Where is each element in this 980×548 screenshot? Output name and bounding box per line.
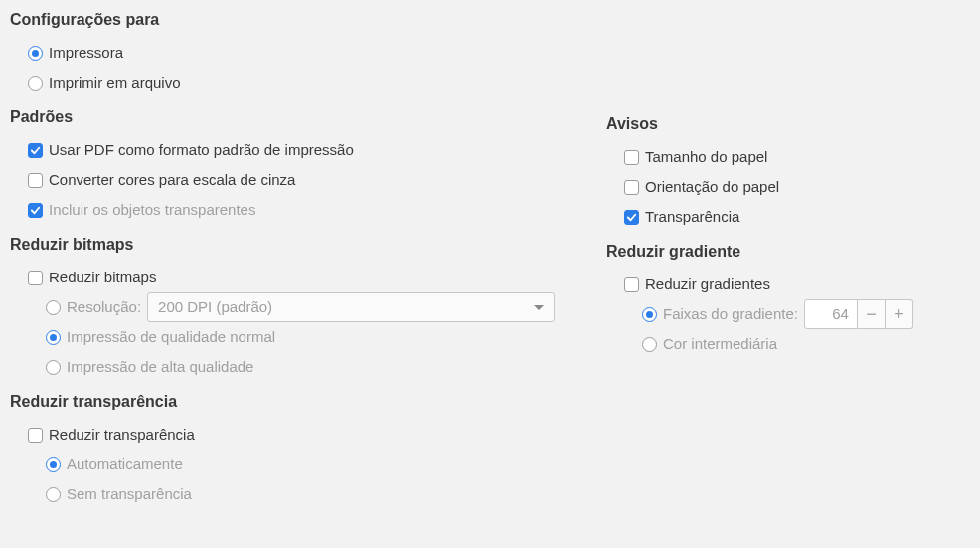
checkbox-reduce-gradient[interactable]	[624, 277, 639, 292]
radio-normal-quality[interactable]	[46, 330, 61, 345]
check-icon	[30, 145, 41, 156]
radio-auto[interactable]	[46, 457, 61, 472]
checkbox-use-pdf-label[interactable]: Usar PDF como formato padrão de impressã…	[49, 135, 354, 165]
spinner-gradient-value[interactable]: 64	[804, 299, 858, 329]
radio-gradient-stripes-label[interactable]: Faixas do gradiente:	[663, 299, 798, 329]
config-for-section: Configurações para Impressora Imprimir e…	[10, 8, 606, 97]
radio-normal-quality-label[interactable]: Impressão de qualidade normal	[67, 322, 275, 352]
check-icon	[626, 212, 637, 223]
spinner-plus-button[interactable]: +	[886, 299, 913, 329]
reduce-transparency-section: Reduzir transparência Reduzir transparên…	[10, 390, 606, 509]
spinner-gradient-stripes: 64 − +	[804, 299, 913, 329]
radio-printer-label[interactable]: Impressora	[49, 38, 123, 68]
warnings-title: Avisos	[606, 112, 970, 136]
radio-print-to-file[interactable]	[28, 76, 43, 91]
radio-high-quality-label[interactable]: Impressão de alta qualidade	[67, 352, 253, 382]
checkbox-paper-size-label[interactable]: Tamanho do papel	[645, 142, 767, 172]
checkbox-reduce-bitmaps[interactable]	[28, 271, 43, 285]
reduce-bitmaps-title: Reduzir bitmaps	[10, 233, 606, 257]
reduce-bitmaps-section: Reduzir bitmaps Reduzir bitmaps Resoluçã…	[10, 233, 606, 382]
checkbox-include-transparent[interactable]	[28, 203, 43, 218]
radio-auto-label[interactable]: Automaticamente	[67, 450, 183, 479]
chevron-down-icon	[534, 305, 544, 310]
check-icon	[30, 205, 41, 216]
select-resolution-value: 200 DPI (padrão)	[158, 292, 272, 322]
reduce-gradient-section: Reduzir gradiente Reduzir gradientes Fai…	[606, 240, 970, 359]
checkbox-convert-gray-label[interactable]: Converter cores para escala de cinza	[49, 165, 295, 195]
defaults-section: Padrões Usar PDF como formato padrão de …	[10, 105, 606, 225]
radio-resolution[interactable]	[46, 300, 61, 315]
config-for-title: Configurações para	[10, 8, 606, 32]
checkbox-use-pdf[interactable]	[28, 143, 43, 158]
radio-high-quality[interactable]	[46, 360, 61, 375]
checkbox-convert-gray[interactable]	[28, 173, 43, 188]
radio-no-transparency-label[interactable]: Sem transparência	[67, 479, 192, 509]
radio-no-transparency[interactable]	[46, 487, 61, 502]
checkbox-reduce-bitmaps-label[interactable]: Reduzir bitmaps	[49, 263, 156, 292]
checkbox-transparency-warn[interactable]	[624, 210, 639, 225]
defaults-title: Padrões	[10, 105, 606, 129]
warnings-section: Avisos Tamanho do papel Orientação do pa…	[606, 112, 970, 232]
checkbox-reduce-gradient-label[interactable]: Reduzir gradientes	[645, 270, 770, 299]
radio-gradient-stripes[interactable]	[642, 307, 657, 322]
radio-printer[interactable]	[28, 46, 43, 61]
checkbox-paper-orientation-label[interactable]: Orientação do papel	[645, 172, 779, 202]
checkbox-paper-orientation[interactable]	[624, 180, 639, 195]
radio-print-to-file-label[interactable]: Imprimir em arquivo	[49, 68, 181, 97]
select-resolution[interactable]: 200 DPI (padrão)	[147, 292, 555, 322]
checkbox-reduce-transparency-label[interactable]: Reduzir transparência	[49, 420, 195, 450]
radio-intermediate-color-label[interactable]: Cor intermediária	[663, 329, 777, 359]
radio-intermediate-color[interactable]	[642, 337, 657, 352]
checkbox-transparency-warn-label[interactable]: Transparência	[645, 202, 739, 232]
reduce-transparency-title: Reduzir transparência	[10, 390, 606, 414]
checkbox-include-transparent-label[interactable]: Incluir os objetos transparentes	[49, 195, 255, 225]
radio-resolution-label[interactable]: Resolução:	[67, 292, 141, 322]
spinner-minus-button[interactable]: −	[858, 299, 886, 329]
checkbox-paper-size[interactable]	[624, 150, 639, 165]
reduce-gradient-title: Reduzir gradiente	[606, 240, 970, 264]
checkbox-reduce-transparency[interactable]	[28, 428, 43, 443]
